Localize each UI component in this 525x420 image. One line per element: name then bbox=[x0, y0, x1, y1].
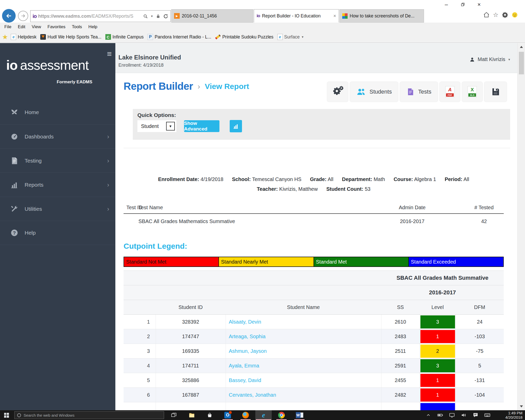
pdf-file-icon: A PDF bbox=[445, 86, 455, 97]
scroll-down-arrow[interactable] bbox=[518, 403, 525, 410]
page-title: Report Builder bbox=[124, 81, 193, 92]
col-level: Level bbox=[420, 300, 456, 315]
sidebar: ≡ ioassessment Formerly EADMS Home Dashb… bbox=[0, 43, 115, 410]
chart-view-button[interactable] bbox=[230, 120, 242, 132]
outlook-button[interactable]: O bbox=[219, 410, 236, 420]
small-gear-icon bbox=[339, 86, 344, 91]
table-title-row: SBAC All Grades Math Summative bbox=[124, 271, 504, 285]
home-icon[interactable] bbox=[483, 11, 490, 18]
system-tray: 1:49 PM 4/20/2018 bbox=[422, 410, 525, 420]
favorite-dropdown-caret[interactable]: ▼ bbox=[301, 35, 304, 38]
tab-2-favicon: io bbox=[257, 13, 260, 18]
taskbar-clock[interactable]: 1:49 PM 4/20/2018 bbox=[494, 411, 522, 419]
sidebar-item-reports[interactable]: Reports › bbox=[0, 173, 115, 197]
student-name-link[interactable]: Ayala, Emma bbox=[229, 363, 259, 368]
hamburger-menu-icon[interactable]: ≡ bbox=[107, 50, 112, 58]
sidebar-item-utilities[interactable]: Utilities › bbox=[0, 197, 115, 221]
page-subtitle: View Report bbox=[205, 82, 249, 91]
firefox-button[interactable] bbox=[237, 410, 254, 420]
favorite-hudl[interactable]: Hudl We Help Sports Tea... bbox=[39, 34, 102, 40]
vertical-scrollbar[interactable] bbox=[517, 43, 525, 410]
minimize-button[interactable]: – bbox=[440, 1, 453, 9]
tab-1[interactable]: ▶ 2016-02-11_1456 bbox=[171, 9, 253, 23]
report-type-select[interactable]: Student ▼ bbox=[137, 120, 176, 132]
keyboard-icon[interactable] bbox=[481, 410, 493, 420]
forward-arrow-icon bbox=[20, 13, 26, 19]
menu-tools[interactable]: Tools bbox=[70, 24, 83, 30]
sidebar-item-help[interactable]: Help bbox=[0, 221, 115, 245]
student-name-link[interactable]: Cervantes, Jonathan bbox=[229, 392, 276, 398]
sidebar-item-dashboards[interactable]: Dashboards › bbox=[0, 124, 115, 148]
tab-2-active[interactable]: io Report Builder - IO Education × bbox=[254, 9, 339, 23]
file-explorer-button[interactable] bbox=[184, 410, 200, 420]
favorite-helpdesk[interactable]: e Helpdesk bbox=[10, 33, 37, 41]
tools-icon bbox=[10, 205, 18, 213]
favorite-surface[interactable]: e Surface ▼ bbox=[276, 33, 305, 41]
user-dropdown-caret: ▼ bbox=[508, 58, 511, 61]
folder-icon bbox=[188, 412, 195, 418]
chart-bars-icon bbox=[233, 123, 239, 129]
back-button[interactable] bbox=[2, 9, 16, 23]
students-button[interactable]: Students bbox=[350, 82, 398, 102]
task-view-button[interactable] bbox=[166, 410, 182, 420]
scrollbar-thumb[interactable] bbox=[519, 52, 524, 74]
bar-chart-icon bbox=[10, 181, 18, 189]
tab-close-icon[interactable]: × bbox=[333, 13, 336, 19]
menu-help[interactable]: Help bbox=[87, 24, 99, 30]
internet-explorer-button[interactable]: e bbox=[255, 410, 272, 420]
student-name-link[interactable]: Arteaga, Sophia bbox=[229, 334, 266, 339]
close-button[interactable]: × bbox=[473, 1, 486, 9]
save-report-button[interactable] bbox=[484, 82, 507, 102]
menu-file[interactable]: File bbox=[3, 24, 13, 30]
tab-2-title: Report Builder - IO Education bbox=[262, 13, 331, 19]
tab-3-title: How to take screenshots of De... bbox=[350, 13, 421, 19]
search-icon[interactable] bbox=[143, 14, 148, 19]
report-settings-button[interactable] bbox=[327, 82, 348, 102]
favorite-sudoku[interactable]: Printable Sudoku Puzzles bbox=[214, 34, 274, 40]
logo-tagline: Formerly EADMS bbox=[0, 79, 92, 85]
export-pdf-button[interactable]: A PDF bbox=[439, 82, 460, 102]
tests-button[interactable]: Tests bbox=[400, 82, 438, 102]
forward-button[interactable] bbox=[18, 11, 28, 21]
store-button[interactable] bbox=[201, 410, 218, 420]
taskbar-search-box[interactable]: Search the web and Windows bbox=[14, 411, 164, 419]
smiley-feedback-icon[interactable] bbox=[511, 12, 518, 18]
restore-button[interactable] bbox=[456, 1, 469, 9]
add-favorite-star-icon[interactable]: ★ bbox=[2, 34, 8, 40]
network-icon[interactable] bbox=[446, 410, 458, 420]
browser-chrome: – × io https://www.eadms.com/EADMSX/Repo… bbox=[0, 0, 525, 43]
user-menu[interactable]: Matt Kivrizis ▼ bbox=[469, 56, 511, 62]
tab-3[interactable]: How to take screenshots of De... bbox=[339, 9, 424, 23]
student-name-link[interactable]: Alsaaty, Devin bbox=[229, 319, 261, 325]
menu-favorites[interactable]: Favorites bbox=[46, 24, 67, 30]
favorite-infinite-campus[interactable]: C Infinite Campus bbox=[104, 34, 145, 40]
word-button[interactable]: W bbox=[291, 410, 308, 420]
notifications-icon[interactable] bbox=[470, 410, 481, 420]
student-name-link[interactable]: Bassey, David bbox=[229, 377, 261, 383]
select-caret-box[interactable]: ▼ bbox=[166, 122, 175, 131]
scroll-up-arrow[interactable] bbox=[518, 43, 525, 51]
settings-gear-icon[interactable] bbox=[502, 12, 508, 18]
menu-view[interactable]: View bbox=[31, 24, 43, 30]
favorite-pandora[interactable]: P Pandora Internet Radio - L... bbox=[146, 33, 212, 41]
ie-page-icon: e bbox=[11, 34, 16, 40]
battery-icon[interactable] bbox=[434, 410, 446, 420]
sidebar-item-home[interactable]: Home bbox=[0, 100, 115, 124]
refresh-icon[interactable] bbox=[163, 14, 168, 19]
start-button[interactable] bbox=[0, 410, 13, 420]
student-name-link[interactable]: Ashmun, Jayson bbox=[229, 348, 267, 354]
favorites-star-icon[interactable]: ☆ bbox=[493, 12, 499, 18]
sidebar-item-testing[interactable]: Testing › bbox=[0, 148, 115, 173]
export-excel-button[interactable]: X XLS bbox=[462, 82, 483, 102]
clock-time: 1:49 PM bbox=[508, 411, 522, 415]
firefox-icon bbox=[242, 412, 249, 418]
search-dropdown-caret[interactable]: ▼ bbox=[150, 15, 153, 18]
back-arrow-icon bbox=[5, 12, 13, 19]
chrome-button[interactable] bbox=[273, 410, 290, 420]
pandora-icon: P bbox=[147, 34, 153, 40]
menu-edit[interactable]: Edit bbox=[16, 24, 26, 30]
tray-chevron-up-icon[interactable] bbox=[422, 410, 434, 420]
address-bar[interactable]: io https://www.eadms.com/EADMSX/Reports/… bbox=[30, 10, 171, 22]
volume-icon[interactable] bbox=[458, 410, 470, 420]
show-advanced-button[interactable]: Show Advanced bbox=[184, 120, 219, 132]
